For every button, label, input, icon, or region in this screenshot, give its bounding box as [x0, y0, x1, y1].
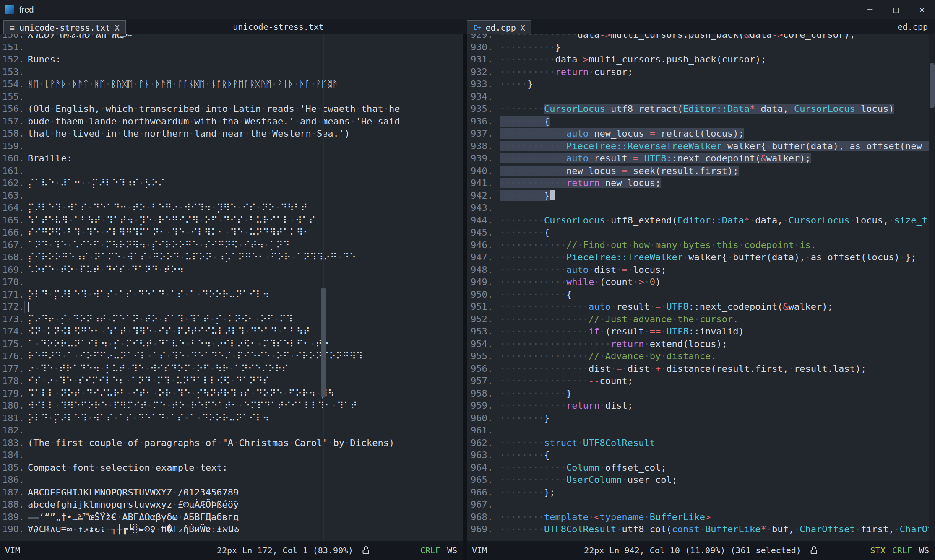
whitespace-indicator[interactable]: WS	[447, 545, 457, 555]
editor-line[interactable]: 180.⠺⠊⠇⠇·⠹⠻⠑⠋⠕⠗⠑·⠏⠻⠍⠊⠞·⠍⠑·⠞⠕·⠗⠑⠏⠑⠁⠞⠂·⠑⠍⠏…	[0, 399, 400, 412]
right-scrollbar-thumb[interactable]	[930, 63, 935, 108]
editor-line[interactable]: 957.················--count;	[467, 375, 935, 387]
editor-line[interactable]: 171.⡕⠇⠙·⡍⠜⠇⠑⠹·⠺⠁⠎·⠁⠎·⠙⠑⠁⠙·⠁⠎·⠁·⠙⠕⠕⠗⠤⠝⠁⠊⠇…	[0, 288, 400, 301]
editor-line[interactable]: 936.········{	[467, 115, 935, 128]
editor-line[interactable]: 181.⡕⠇⠙·⡍⠜⠇⠑⠹·⠺⠁⠎·⠁⠎·⠙⠑⠁⠙·⠁⠎·⠁·⠙⠕⠕⠗⠤⠝⠁⠊⠇…	[0, 412, 400, 425]
editor-line[interactable]: 154.ᚻᛖ·ᚳᚹᚫᚦ·ᚦᚫᛏ·ᚻᛖ·ᛒᚢᛞᛖ·ᚩᚾ·ᚦᚫᛗ·ᛚᚪᚾᛞᛖ·ᚾᚩᚱ…	[0, 78, 400, 91]
editor-line[interactable]: 941.············return·new_locus;	[467, 177, 935, 189]
editor-line[interactable]: 967.	[467, 498, 935, 511]
editor-line[interactable]: 159.	[0, 140, 400, 153]
right-editor[interactable]: 929.··············data->multi_cursors.pu…	[467, 34, 935, 541]
editor-line[interactable]: 174.⠪⠝·⠅⠝⠪⠇⠫⠛⠑⠂·⠱⠁⠞·⠹⠻⠑·⠊⠎·⠏⠜⠞⠊⠊⠥⠇⠜⠇⠹·⠙⠑…	[0, 325, 400, 338]
editor-line[interactable]: 157.bude·thaem·lande·northweardum·with·t…	[0, 115, 400, 128]
editor-line[interactable]: 944.········CursorLocus·utf8_extend(Edit…	[467, 214, 935, 227]
editor-line[interactable]: 969.········UTF8ColResult·utf8_col(const…	[467, 523, 935, 536]
editor-line[interactable]: 939.············auto·result·=·UTF8::next…	[467, 152, 935, 165]
editor-line[interactable]: 172.	[0, 301, 400, 313]
editor-line[interactable]: 930.··········}	[467, 41, 935, 54]
editor-line[interactable]: 179.⠩⠁⠇⠇·⠝⠕⠞·⠙⠊⠌⠥⠗⠃·⠊⠞⠂·⠕⠗·⠹⠑·⡊⠳⠝⠞⠗⠹⠰⠎·⠙…	[0, 387, 400, 400]
editor-line[interactable]: 929.··············data->multi_cursors.pu…	[467, 34, 935, 41]
editor-line[interactable]: 151.	[0, 41, 400, 54]
left-scrollbar-thumb[interactable]	[321, 288, 326, 397]
editor-line[interactable]: 187.ABCDEFGHIJKLMNOPQRSTUVWXYZ·/01234567…	[0, 486, 400, 499]
editor-line[interactable]: 185.Compact·font·selection·example·text:	[0, 461, 400, 474]
right-scrollbar-track[interactable]	[929, 34, 935, 541]
editor-line[interactable]: 947.············PieceTree::TreeWalker·wa…	[467, 251, 935, 264]
editor-line[interactable]: 968.········template·<typename·BufferLik…	[467, 511, 935, 524]
editor-line[interactable]: 966.········};	[467, 486, 935, 499]
tab-close-icon[interactable]: X	[115, 23, 120, 32]
close-button[interactable]: ×	[909, 0, 935, 19]
editor-line[interactable]: 951.················auto·result·=·UTF8::…	[467, 301, 935, 313]
editor-line[interactable]: 165.⠱⠁⠞⠑⠧⠻·⠁⠃⠳⠞·⠹⠁⠞⠲·⡹⠑·⠗⠑⠛⠊⠌⠻·⠕⠋·⠙⠊⠎·⠃⠥…	[0, 214, 400, 227]
editor-line[interactable]: 931.··········data->multi_cursors.push_b…	[467, 53, 935, 66]
editor-line[interactable]: 960.········}	[467, 412, 935, 425]
editor-line[interactable]: 176.⠗⠑⠛⠜⠙·⠁·⠊⠕⠋⠋⠔⠤⠝⠁⠊⠇·⠁⠎·⠹⠑·⠙⠑⠁⠙⠑⠌·⠏⠊⠑⠊…	[0, 350, 400, 363]
editor-line[interactable]: 949.············while·(count·>·0)	[467, 276, 935, 288]
editor-line[interactable]: 950.············{	[467, 288, 935, 301]
editor-line[interactable]: 935.········CursorLocus·utf8_retract(Edi…	[467, 103, 935, 115]
editor-line[interactable]: 163.	[0, 189, 400, 202]
line-ending-indicator[interactable]: CRLF	[892, 545, 912, 555]
editor-line[interactable]: 175.⠁·⠙⠕⠕⠗⠤⠝⠁⠊⠇⠲·⡊·⠍⠊⠣⠞·⠙⠁⠧⠑·⠃⠑⠲·⠔⠊⠇⠔⠫⠂·…	[0, 338, 400, 350]
tab-unicode-stress[interactable]: ≡ unicode-stress.txt X	[3, 20, 126, 35]
editor-line[interactable]: 932.··········return·cursor;	[467, 66, 935, 78]
editor-line[interactable]: 161.	[0, 165, 400, 177]
maximize-button[interactable]: □	[883, 0, 909, 19]
editor-line[interactable]: 956.················dist·=·dist·+·distan…	[467, 363, 935, 375]
editor-line[interactable]: 156.(Old·English,·which·transcribed·into…	[0, 103, 400, 115]
editor-line[interactable]: 160.Braille:	[0, 152, 400, 165]
editor-line[interactable]: 940.············new_locus·=·seek(result.…	[467, 165, 935, 177]
editor-line[interactable]: 177.⠔·⠹⠑·⠞⠗⠁⠙⠑⠲·⡃⠥⠞·⠹⠑·⠺⠊⠎⠙⠕⠍·⠕⠋·⠳⠗·⠁⠝⠊⠑…	[0, 363, 400, 375]
editor-line[interactable]: 945.········{	[467, 226, 935, 239]
left-editor[interactable]: 150.እግርህን·በፍራሽህ·ልክ·ዘርጋ።151.152.Runes:153…	[0, 34, 463, 541]
editor-line[interactable]: 938.············PieceTree::ReverseTreeWa…	[467, 140, 935, 153]
editor-line[interactable]: 169.⠡⠕⠎⠑·⠞⠕·⠏⠥⠞·⠙⠊⠎·⠙⠁⠝⠙·⠞⠕⠲	[0, 264, 400, 276]
editor-line[interactable]: 183.(The·first·couple·of·paragraphs·of·"…	[0, 437, 400, 449]
editor-line[interactable]: 952.················//·Just·advance·the·…	[467, 313, 935, 326]
pane-splitter[interactable]	[463, 34, 467, 541]
editor-line[interactable]: 946.············//·Find·out·how·many·byt…	[467, 239, 935, 251]
tab-close-icon[interactable]: X	[521, 23, 525, 32]
editor-line[interactable]: 178.⠊⠎·⠔·⠹⠑·⠎⠊⠍⠊⠇⠑⠆·⠁⠝⠙·⠍⠹·⠥⠝⠙⠁⠇⠇⠪⠫·⠙⠁⠝⠙…	[0, 375, 400, 387]
editor-line[interactable]: 182.	[0, 424, 400, 437]
editor-line[interactable]: 962.········struct·UTF8ColResult	[467, 437, 935, 449]
editor-line[interactable]: 166.⠎⠊⠛⠝⠫·⠃⠹·⠹⠑·⠊⠇⠻⠛⠹⠍⠁⠝⠂·⠹⠑·⠊⠇⠻⠅⠂·⠹⠑·⠥⠝…	[0, 226, 400, 239]
syntax-indicator[interactable]: STX	[870, 545, 886, 555]
editor-line[interactable]: 963.········{	[467, 449, 935, 461]
editor-line[interactable]: 164.⡍⠜⠇⠑⠹·⠺⠁⠎·⠙⠑⠁⠙⠒·⠞⠕·⠃⠑⠛⠔·⠺⠊⠹⠲·⡹⠻⠑·⠊⠎·…	[0, 202, 400, 214]
editor-line[interactable]: 961.	[467, 424, 935, 437]
editor-line[interactable]: 184.	[0, 449, 400, 461]
editor-line[interactable]: 167.⠁⠝⠙·⠹⠑·⠡⠊⠑⠋·⠍⠳⠗⠝⠻⠲·⡎⠊⠗⠕⠕⠛⠑·⠎⠊⠛⠝⠫·⠊⠞⠲…	[0, 239, 400, 251]
whitespace-indicator[interactable]: WS	[919, 545, 929, 555]
editor-line[interactable]: 965.············UserColumn·user_col;	[467, 474, 935, 486]
editor-line[interactable]: 948.············auto·dist·=·locus;	[467, 264, 935, 276]
editor-line[interactable]: 964.············Column·offset_col;	[467, 461, 935, 474]
editor-line[interactable]: 188.abcdefghijklmnopqrstuvwxyz·£©µÀÆÖÞßé…	[0, 498, 400, 511]
line-ending-indicator[interactable]: CRLF	[420, 545, 440, 555]
editor-line[interactable]: 934.	[467, 91, 935, 103]
editor-line[interactable]: 155.	[0, 91, 400, 103]
editor-line[interactable]: 170.	[0, 276, 400, 288]
editor-line[interactable]: 954.····················return·extend(lo…	[467, 338, 935, 350]
editor-line[interactable]: 190.∀∂∈ℝ∧∪≡∞·↑↗↨↻⇣·┐┼╔╘░►☺♀·ﬁ�⑀₂ἠḂӥẄɐː⍎א…	[0, 523, 400, 536]
editor-line[interactable]: 953.················if·(result·==·UTF8::…	[467, 325, 935, 338]
editor-line[interactable]: 959.············return·dist;	[467, 399, 935, 412]
editor-line[interactable]: 168.⡎⠊⠗⠕⠕⠛⠑⠰⠎·⠝⠁⠍⠑·⠺⠁⠎·⠛⠕⠕⠙·⠥⠏⠕⠝·⠰⡡⠁⠝⠛⠑⠂…	[0, 251, 400, 264]
editor-line[interactable]: 189.–—‘“”„†•…‰™œŠŸž€·ΑΒΓΔΩαβγδω·АБВГДабв…	[0, 511, 400, 524]
editor-line[interactable]: 958.············}	[467, 387, 935, 400]
unlock-icon[interactable]	[810, 546, 818, 555]
editor-line[interactable]: 937.············auto·new_locus·=·retract…	[467, 127, 935, 140]
editor-line[interactable]: 158.that·he·lived·in·the·northern·land·n…	[0, 127, 400, 140]
editor-line[interactable]: 150.እግርህን·በፍራሽህ·ልክ·ዘርጋ።	[0, 34, 400, 41]
editor-line[interactable]: 173.⡍⠔⠙⠖·⡊·⠙⠕⠝⠰⠞·⠍⠑⠁⠝·⠞⠕·⠎⠁⠹·⠹⠁⠞·⡊·⠅⠝⠪⠂·…	[0, 313, 400, 326]
editor-line[interactable]: 943.	[467, 202, 935, 214]
editor-line[interactable]: 153.	[0, 66, 400, 78]
tab-ed-cpp[interactable]: C+ ed.cpp X	[467, 20, 531, 35]
editor-line[interactable]: 162.⡌⠁⠧⠑·⠼⠁⠒··⡍⠜⠇⠑⠹⠰⠎·⡣⠕⠌	[0, 177, 400, 189]
unlock-icon[interactable]	[362, 546, 370, 555]
editor-line[interactable]: 186.	[0, 474, 400, 486]
editor-line[interactable]: 942.········}	[467, 189, 935, 202]
editor-line[interactable]: 933.·····}	[467, 78, 935, 91]
minimize-button[interactable]: ─	[857, 0, 883, 19]
